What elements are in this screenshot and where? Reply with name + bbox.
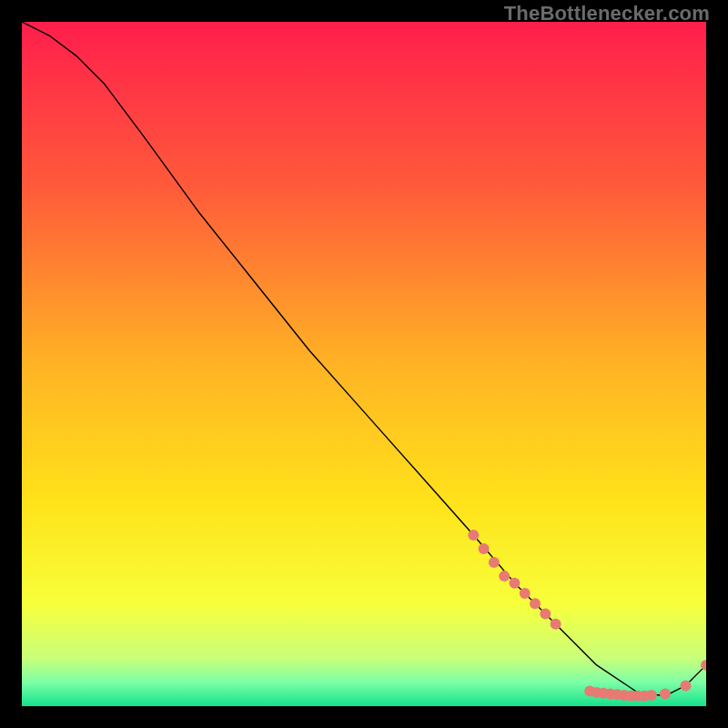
point-highlight-points-upper	[520, 588, 531, 599]
point-highlight-points-upper	[509, 578, 520, 589]
point-highlight-points-floor	[660, 688, 671, 699]
chart-background	[22, 22, 706, 706]
point-highlight-points-floor	[646, 690, 657, 701]
point-highlight-points-upper	[540, 608, 551, 619]
chart-svg	[22, 22, 706, 706]
point-highlight-points-upper	[489, 557, 500, 568]
point-highlight-points-floor	[680, 680, 691, 691]
point-highlight-points-upper	[479, 543, 490, 554]
point-highlight-points-upper	[468, 530, 479, 541]
point-highlight-points-upper	[530, 598, 541, 609]
bottleneck-chart	[22, 22, 706, 706]
point-highlight-points-upper	[499, 571, 510, 581]
point-highlight-points-upper	[551, 619, 561, 630]
